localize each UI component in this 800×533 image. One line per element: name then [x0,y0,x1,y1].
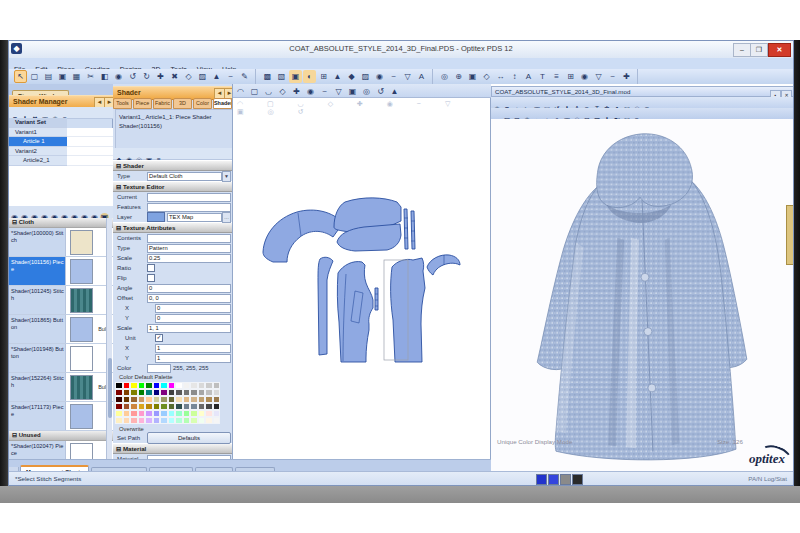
palette-color[interactable] [213,403,221,410]
flip-v-icon[interactable]: ▽ [332,85,345,98]
palette-color[interactable] [138,403,146,410]
palette-color[interactable] [153,382,161,389]
palette-color[interactable] [213,389,221,396]
walk-icon[interactable]: ▣ [466,70,479,83]
cut-icon[interactable]: ✂ [84,70,97,83]
shader-list-item[interactable]: *Shader(100000) Stitch [9,228,113,257]
text-tool-icon[interactable]: A [415,70,428,83]
pleat-icon[interactable]: ▨ [359,70,372,83]
palette-color[interactable] [115,410,123,417]
plus-icon[interactable]: ✚ [620,70,633,83]
palette-color[interactable] [198,382,206,389]
coat-3d-render[interactable] [505,119,781,471]
shader-list-scrollbar[interactable] [106,218,112,459]
pattern-piece-front-panel[interactable] [337,262,373,362]
palette-color[interactable] [205,389,213,396]
palette-color[interactable] [183,396,191,403]
tab-piece[interactable]: Piece [133,98,152,109]
palette-color[interactable] [115,417,123,424]
variant-row-variant-set[interactable]: Variant Set [9,118,113,128]
draw-icon[interactable]: ✎ [238,70,251,83]
palette-color[interactable] [138,417,146,424]
palette-color[interactable] [205,396,213,403]
tab-color[interactable]: Color [193,98,212,109]
palette-color[interactable] [190,396,198,403]
palette-color[interactable] [175,382,183,389]
palette-color[interactable] [183,417,191,424]
palette-color[interactable] [123,417,131,424]
annotate-icon[interactable]: A [522,70,535,83]
layers-icon[interactable]: ≡ [550,70,563,83]
circle-tool-icon[interactable]: ◉ [304,85,317,98]
variant-row-article2-1[interactable]: Article2_1 [9,156,113,166]
target-icon[interactable]: ◉ [578,70,591,83]
palette-color[interactable] [160,410,168,417]
fill-piece-icon[interactable]: ▣ [346,85,359,98]
shader-group-unused[interactable]: ⊟ Unused▲ [9,431,113,441]
palette-color[interactable] [138,389,146,396]
palette-color[interactable] [205,410,213,417]
palette-color[interactable] [115,382,123,389]
curve-icon[interactable]: ~ [224,70,237,83]
palette-color[interactable] [213,417,221,424]
undo-icon[interactable]: ↺ [126,70,139,83]
print-icon[interactable]: ▦ [70,70,83,83]
flip-piece-icon[interactable]: ▲ [331,70,344,83]
palette-color[interactable] [123,403,131,410]
stitch-icon[interactable]: ~ [387,70,400,83]
palette-color[interactable] [130,389,138,396]
zoom-in-icon[interactable]: ✚ [154,70,167,83]
prop-field-scale[interactable]: 0.25 [147,254,231,263]
target-point-icon[interactable]: ◎ [360,85,373,98]
palette-color[interactable] [130,382,138,389]
palette-color[interactable] [168,410,176,417]
paste-icon[interactable]: ◉ [112,70,125,83]
palette-color[interactable] [183,389,191,396]
palette-color[interactable] [198,410,206,417]
palette-color[interactable] [153,403,161,410]
palette-color[interactable] [153,396,161,403]
status-icon-1[interactable] [548,474,559,485]
palette-color[interactable] [153,410,161,417]
shrink-icon[interactable]: ▽ [401,70,414,83]
prop-field-x[interactable]: 1 [155,344,231,353]
palette-color[interactable] [198,403,206,410]
palette-color[interactable] [130,410,138,417]
pan-canvas-icon[interactable]: ◠ [234,85,247,98]
prop-field-x[interactable]: 0 [155,304,231,313]
variant-row-article-1[interactable]: Article 1 [9,137,113,147]
tab-shader[interactable]: Shader [213,98,232,109]
palette-color[interactable] [190,389,198,396]
3d-view-icon[interactable]: ◎ [438,70,451,83]
palette-color[interactable] [183,410,191,417]
delete-icon[interactable]: ✖ [168,70,181,83]
palette-color[interactable] [213,396,221,403]
move-h-icon[interactable]: ↔ [494,70,507,83]
pointer-tool-icon[interactable]: ↖ [14,70,27,83]
add-point-icon[interactable]: ⊕ [452,70,465,83]
open-file-icon[interactable]: ▤ [42,70,55,83]
palette-color[interactable] [123,410,131,417]
tab-3d[interactable]: 3D [173,98,192,109]
palette-color[interactable] [183,382,191,389]
prop-field-angle[interactable]: 0 [147,284,231,293]
status-icon-3[interactable] [572,474,583,485]
layer-swatch[interactable] [147,212,165,222]
pattern-piece-front-strip[interactable] [375,288,378,310]
palette-color[interactable] [213,410,221,417]
pattern-piece-side-panel[interactable] [318,257,333,355]
palette-color[interactable] [175,396,183,403]
variant-row-variant1[interactable]: Variant1 [9,128,113,138]
prop-field-scale[interactable]: 1, 1 [147,324,231,333]
tab-tools[interactable]: Tools [113,98,132,109]
palette-color[interactable] [130,396,138,403]
palette-color[interactable] [153,417,161,424]
prop-field-features[interactable] [147,203,231,212]
palette-color[interactable] [145,417,153,424]
table-icon[interactable]: ⊞ [564,70,577,83]
palette-color[interactable] [190,382,198,389]
prop-field-y[interactable]: 1 [155,354,231,363]
checkbox-ratio[interactable] [147,264,155,272]
collapsed-side-tab[interactable] [786,205,794,265]
checkbox-flip[interactable] [147,274,155,282]
